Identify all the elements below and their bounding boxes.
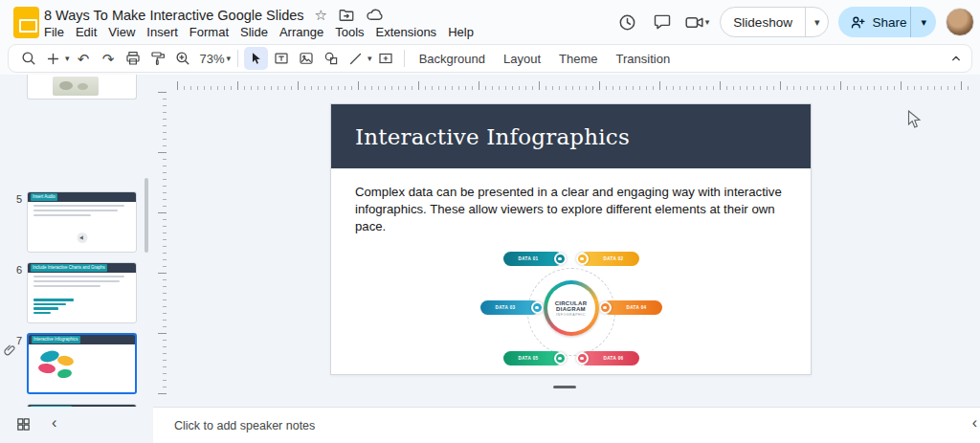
search-menus-icon[interactable] <box>16 47 40 70</box>
comments-icon[interactable] <box>650 10 675 34</box>
meet-camera-button[interactable]: ▾ <box>684 12 711 33</box>
collapse-filmstrip-icon[interactable]: ‹ <box>52 414 56 432</box>
menu-arrange[interactable]: Arrange <box>274 23 329 41</box>
diagram-item-3[interactable]: DATA 03 <box>480 300 540 315</box>
divider <box>404 50 405 67</box>
mouse-cursor <box>907 110 921 133</box>
menu-insert[interactable]: Insert <box>141 23 184 41</box>
share-dropdown[interactable]: ▾ <box>911 16 936 29</box>
menu-tools[interactable]: Tools <box>329 23 369 41</box>
diagram-item-icon <box>576 352 589 365</box>
bottom-bar: ‹ Click to add speaker notes ‹ <box>0 407 980 443</box>
diagram-center-circle[interactable]: CIRCULAR DIAGRAM INFOGRAPHIC <box>544 280 599 336</box>
thumbnail-header: Interactive Infographics <box>29 335 135 344</box>
layout-button[interactable]: Layout <box>495 49 549 69</box>
menu-file[interactable]: File <box>38 23 70 41</box>
star-icon[interactable]: ☆ <box>315 7 327 24</box>
thumbnail-header: Include Interactive Charts and Graphs <box>28 263 136 273</box>
new-slide-button[interactable] <box>41 47 65 70</box>
diagram-blob <box>56 355 74 367</box>
insert-placeholder-icon[interactable] <box>374 47 398 70</box>
text-line <box>33 205 124 207</box>
diagram-item-icon <box>554 253 567 265</box>
diagram-blob <box>56 368 72 379</box>
text-line <box>33 210 118 211</box>
insert-shape-icon[interactable] <box>319 47 343 70</box>
slide-thumbnail-partial[interactable] <box>27 75 137 100</box>
diagram-item-6[interactable]: DATA 06 <box>580 351 639 365</box>
diagram-center-line3: INFOGRAPHIC <box>556 313 586 317</box>
zoom-dropdown[interactable]: ▾ <box>227 54 232 63</box>
account-avatar[interactable] <box>946 8 974 36</box>
thumbnail-title: Interactive Infographics <box>32 336 80 343</box>
paint-format-icon[interactable] <box>146 47 170 70</box>
document-title[interactable]: 8 Ways To Make Interactive Google Slides <box>44 8 304 23</box>
slideshow-dropdown[interactable]: ▾ <box>806 16 829 29</box>
select-tool-icon[interactable] <box>244 47 268 70</box>
zoom-level[interactable]: 73% <box>196 52 227 66</box>
move-folder-icon[interactable] <box>338 7 355 24</box>
background-button[interactable]: Background <box>411 49 494 69</box>
diagram-item-4[interactable]: DATA 04 <box>603 300 662 315</box>
speaker-notes-placeholder[interactable]: Click to add speaker notes <box>174 419 315 432</box>
diagram-item-5[interactable]: DATA 05 <box>503 351 563 365</box>
slideshow-button[interactable]: Slideshow <box>721 15 805 30</box>
paperclip-icon[interactable] <box>3 343 17 361</box>
text-box-icon[interactable] <box>269 47 293 70</box>
diagram-center-line2: DIAGRAM <box>556 306 586 312</box>
slide-scroll-indicator[interactable] <box>553 386 576 388</box>
chevron-down-icon[interactable]: ▾ <box>705 17 710 27</box>
speaker-notes-panel[interactable]: Click to add speaker notes <box>153 407 980 443</box>
thumbnail-image-placeholder <box>53 77 99 96</box>
menu-help[interactable]: Help <box>442 23 479 41</box>
menu-extensions[interactable]: Extensions <box>370 23 443 41</box>
thumbnail-header: Insert Audio <box>28 192 136 202</box>
version-history-icon[interactable] <box>615 10 640 34</box>
slide-title: Interactive Infographics <box>355 124 630 149</box>
vertical-ruler <box>157 92 167 397</box>
share-button[interactable]: Share <box>866 15 910 30</box>
text-line <box>33 214 91 216</box>
slide-filmstrip: 5 Insert Audio 6 Include Interactive Cha… <box>0 75 153 407</box>
collapse-sidebar-icon[interactable]: ‹ <box>972 414 977 432</box>
slide-body-text[interactable]: Complex data can be presented in a clear… <box>355 184 787 236</box>
collapse-toolbar-icon[interactable] <box>948 51 964 66</box>
filmstrip-scrollbar[interactable] <box>145 178 148 253</box>
transition-button[interactable]: Transition <box>608 49 679 69</box>
slide-canvas[interactable]: Interactive Infographics Complex data ca… <box>330 103 812 375</box>
redo-icon[interactable]: ↷ <box>97 47 121 70</box>
share-button-group: Share ▾ <box>838 7 936 37</box>
slide-thumbnail-5[interactable]: Insert Audio <box>27 191 137 253</box>
slides-logo[interactable] <box>13 7 39 38</box>
thumbnail-title: Insert Audio <box>31 193 57 200</box>
menu-edit[interactable]: Edit <box>70 23 102 41</box>
person-add-icon <box>838 14 866 31</box>
divider <box>237 50 238 67</box>
diagram-item-2[interactable]: DATA 02 <box>580 252 639 266</box>
slide-thumbnail-6[interactable]: Include Interactive Charts and Graphs <box>27 262 137 323</box>
text-line <box>33 285 100 287</box>
diagram-item-1[interactable]: DATA 01 <box>503 252 563 266</box>
line-dropdown[interactable]: ▾ <box>368 54 372 63</box>
slide-title-box[interactable]: Interactive Infographics <box>331 104 811 168</box>
circular-diagram[interactable]: DATA 01 DATA 02 DATA 03 DATA 04 DATA 05 … <box>480 246 662 372</box>
main-toolbar: ▾ ↶ ↷ 73% ▾ ▾ Background Layout Theme Tr… <box>8 44 972 73</box>
new-slide-dropdown[interactable]: ▾ <box>65 54 70 63</box>
zoom-icon[interactable] <box>171 47 195 70</box>
menu-slide[interactable]: Slide <box>234 23 274 41</box>
menu-view[interactable]: View <box>102 23 141 41</box>
insert-image-icon[interactable] <box>294 47 318 70</box>
horizontal-ruler <box>177 80 969 90</box>
cloud-status-icon[interactable] <box>366 6 384 24</box>
undo-icon[interactable]: ↶ <box>72 47 96 70</box>
print-icon[interactable] <box>122 47 145 70</box>
theme-button[interactable]: Theme <box>550 49 606 69</box>
slide-thumbnail-7-selected[interactable]: Interactive Infographics <box>27 333 137 394</box>
text-line <box>33 276 124 277</box>
menu-bar: File Edit View Insert Format Slide Arran… <box>38 23 479 41</box>
grid-view-icon[interactable] <box>15 416 32 436</box>
insert-line-icon[interactable] <box>344 47 368 70</box>
thumbnail-title: Include Interactive Charts and Graphs <box>31 264 107 271</box>
diagram-item-icon <box>599 301 612 314</box>
menu-format[interactable]: Format <box>184 23 234 41</box>
